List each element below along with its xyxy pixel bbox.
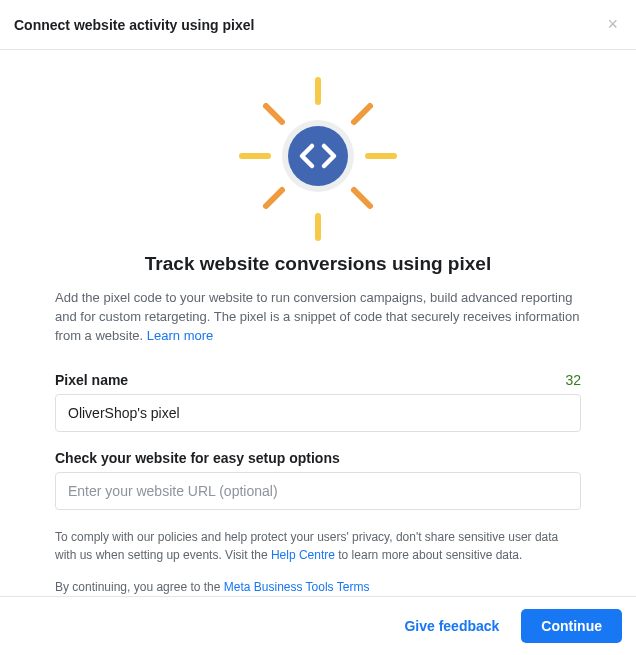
svg-point-9 <box>288 126 348 186</box>
pixel-setup-modal: Connect website activity using pixel × T <box>0 0 636 655</box>
continue-button[interactable]: Continue <box>521 609 622 643</box>
pixel-name-row: Pixel name 32 <box>55 372 581 388</box>
modal-content: Track website conversions using pixel Ad… <box>0 50 636 596</box>
pixel-illustration <box>55 76 581 241</box>
code-sunburst-icon <box>228 76 408 241</box>
modal-footer: Give feedback Continue <box>0 596 636 655</box>
description-body: Add the pixel code to your website to ru… <box>55 290 579 343</box>
agree-prefix: By continuing, you agree to the <box>55 580 224 594</box>
close-icon: × <box>607 14 618 34</box>
description-text: Add the pixel code to your website to ru… <box>55 289 581 346</box>
pixel-name-label: Pixel name <box>55 372 128 388</box>
svg-line-5 <box>354 190 370 206</box>
modal-header: Connect website activity using pixel × <box>0 0 636 50</box>
policy-suffix: to learn more about sensitive data. <box>335 548 522 562</box>
modal-title: Connect website activity using pixel <box>14 17 254 33</box>
svg-line-4 <box>266 106 282 122</box>
char-counter: 32 <box>565 372 581 388</box>
help-centre-link[interactable]: Help Centre <box>271 548 335 562</box>
give-feedback-button[interactable]: Give feedback <box>390 610 513 642</box>
agree-text: By continuing, you agree to the Meta Bus… <box>55 578 581 596</box>
learn-more-link[interactable]: Learn more <box>147 328 213 343</box>
website-url-input[interactable] <box>55 472 581 510</box>
policy-text: To comply with our policies and help pro… <box>55 528 581 564</box>
svg-line-6 <box>354 106 370 122</box>
website-url-label: Check your website for easy setup option… <box>55 450 581 466</box>
page-subtitle: Track website conversions using pixel <box>55 253 581 275</box>
pixel-name-input[interactable] <box>55 394 581 432</box>
svg-line-7 <box>266 190 282 206</box>
terms-link[interactable]: Meta Business Tools Terms <box>224 580 370 594</box>
close-button[interactable]: × <box>603 10 622 39</box>
